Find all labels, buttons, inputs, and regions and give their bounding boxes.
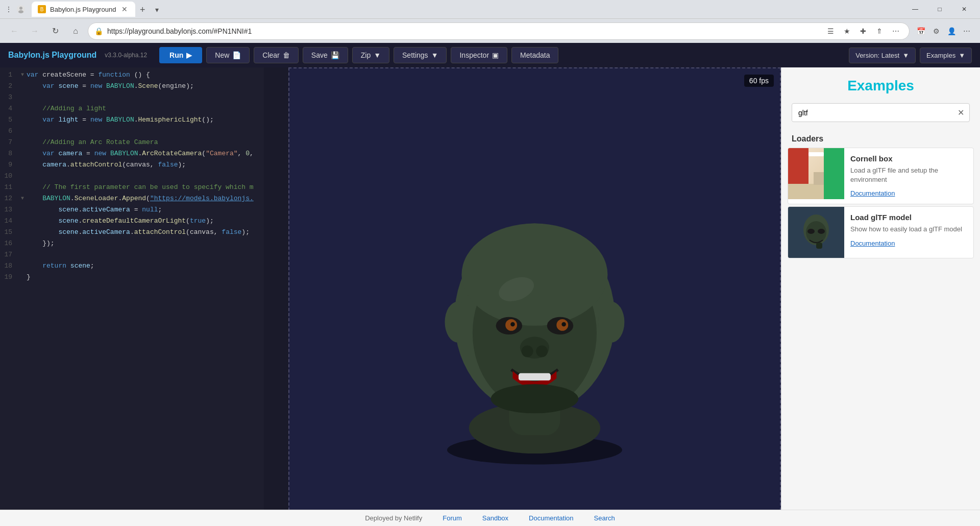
inspector-button[interactable]: Inspector ▣	[451, 47, 507, 63]
settings-button[interactable]: Settings ▼	[394, 47, 447, 63]
line-number: 11	[0, 182, 18, 193]
sandbox-link[interactable]: Sandbox	[482, 514, 508, 522]
code-line-19: 19 }	[0, 272, 288, 283]
code-line-9: 9 camera.attachControl(canvas, false);	[0, 159, 288, 171]
url-display[interactable]: https://playground.babylonjs.com/#PN1NNI…	[107, 27, 819, 35]
reader-mode-icon[interactable]: ☰	[823, 24, 838, 38]
minimize-button[interactable]: —	[903, 0, 927, 18]
version-chevron-icon: ▼	[902, 52, 909, 59]
line-code: }	[27, 272, 288, 283]
line-number: 2	[0, 81, 18, 92]
browser-menu-icons: ⋮	[4, 5, 26, 14]
card-link-gltf[interactable]: Documentation	[850, 240, 895, 247]
address-input-wrap: 🔒 https://playground.babylonjs.com/#PN1N…	[88, 22, 910, 40]
version-select[interactable]: Version: Latest ▼	[849, 47, 916, 63]
browser-more-icon[interactable]: ⋯	[889, 24, 903, 38]
zip-button[interactable]: Zip ▼	[352, 47, 389, 63]
metadata-button[interactable]: Metadata	[511, 47, 558, 63]
settings-chevron-icon: ▼	[431, 51, 438, 59]
new-icon: 📄	[232, 51, 241, 59]
line-code: //Adding a light	[27, 103, 288, 114]
share-icon[interactable]: ⇑	[872, 24, 887, 38]
home-button[interactable]: ⌂	[67, 23, 84, 39]
code-editor[interactable]: 1 ▼ var createScene = function () { 2 va…	[0, 67, 288, 526]
line-code: return scene;	[27, 260, 288, 272]
app-version: v3.3.0-alpha.12	[105, 52, 147, 59]
settings-icon[interactable]: ⚙	[929, 24, 943, 38]
card-title-gltf: Load glTF model	[850, 213, 967, 222]
code-line-5: 5 var light = new BABYLON.HemisphericLig…	[0, 114, 288, 126]
panel-title: Examples	[792, 78, 970, 94]
save-button[interactable]: Save 💾	[303, 47, 348, 63]
svg-point-15	[561, 322, 566, 327]
line-number: 14	[0, 216, 18, 227]
favorites-icon[interactable]: 📅	[914, 24, 928, 38]
line-code: // The first parameter can be used to sp…	[27, 182, 288, 193]
new-button[interactable]: New 📄	[206, 47, 250, 63]
tab-title: Babylon.js Playground	[50, 6, 116, 13]
line-code: var createScene = function () {	[27, 69, 288, 81]
panel-search-input[interactable]	[792, 105, 952, 121]
line-number: 19	[0, 272, 18, 283]
code-line-7: 7 //Adding an Arc Rotate Camera	[0, 137, 288, 148]
maximize-button[interactable]: □	[928, 0, 951, 18]
code-line-17: 17	[0, 249, 288, 260]
examples-button[interactable]: Examples ▼	[920, 47, 972, 63]
line-code: scene.createDefaultCameraOrLight(true);	[27, 216, 288, 227]
app-brand: Babylon.js Playground	[8, 51, 96, 60]
code-line-4: 4 //Adding a light	[0, 103, 288, 114]
svg-point-2	[18, 10, 23, 13]
forward-button[interactable]: →	[27, 23, 43, 39]
browser-profile-icon[interactable]	[16, 5, 26, 14]
svg-rect-28	[816, 243, 822, 249]
examples-panel: Examples ✕ Loaders	[781, 67, 980, 526]
new-tab-button[interactable]: +	[135, 3, 150, 17]
code-line-14: 14 scene.createDefaultCameraOrLight(true…	[0, 216, 288, 227]
collections-icon[interactable]: ✚	[856, 24, 870, 38]
code-line-16: 16 });	[0, 238, 288, 249]
main-content: 1 ▼ var createScene = function () { 2 va…	[0, 67, 980, 526]
code-line-1: 1 ▼ var createScene = function () {	[0, 69, 288, 81]
forum-link[interactable]: Forum	[443, 514, 462, 522]
card-link-cornell[interactable]: Documentation	[850, 189, 895, 197]
back-button[interactable]: ←	[6, 23, 22, 39]
example-card-cornell[interactable]: Cornell box Load a glTF file and setup t…	[788, 148, 974, 204]
fold-icon[interactable]: ▼	[18, 193, 27, 204]
cornell-box-thumbnail	[788, 148, 844, 199]
search-link[interactable]: Search	[594, 514, 615, 522]
search-clear-button[interactable]: ✕	[952, 104, 969, 122]
clear-button[interactable]: Clear 🗑	[254, 47, 298, 63]
svg-point-27	[818, 229, 825, 234]
code-line-13: 13 scene.activeCamera = null;	[0, 204, 288, 216]
save-label: Save	[311, 51, 328, 59]
example-card-gltf[interactable]: Load glTF model Show how to easily load …	[788, 206, 974, 258]
footer: Deployed by Netlify Forum Sandbox Docume…	[0, 510, 980, 526]
card-title-cornell: Cornell box	[850, 154, 967, 163]
canvas-viewport[interactable]: 60 fps	[288, 67, 781, 526]
tab-list-button[interactable]: ▾	[150, 3, 164, 17]
inspector-label: Inspector	[459, 51, 489, 59]
line-number: 4	[0, 103, 18, 114]
profile-icon[interactable]: 👤	[944, 24, 959, 38]
tab-close-button[interactable]: ✕	[120, 5, 129, 14]
svg-point-22	[491, 385, 579, 414]
documentation-link[interactable]: Documentation	[529, 514, 573, 522]
fold-icon[interactable]: ▼	[18, 69, 27, 81]
browser-apps-icon[interactable]: ⋮	[4, 5, 13, 14]
run-button[interactable]: Run ▶	[159, 47, 202, 63]
clear-icon: 🗑	[283, 51, 290, 59]
code-line-6: 6	[0, 126, 288, 137]
gltf-thumbnail-svg	[798, 212, 834, 253]
active-tab[interactable]: B Babylon.js Playground ✕	[32, 2, 135, 17]
line-number: 6	[0, 126, 18, 137]
metadata-label: Metadata	[520, 51, 550, 59]
line-code: var light = new BABYLON.HemisphericLight…	[27, 114, 288, 126]
panel-search-wrap[interactable]: ✕	[792, 103, 970, 122]
bookmark-icon[interactable]: ★	[840, 24, 854, 38]
more-menu-icon[interactable]: ⋯	[960, 24, 974, 38]
line-number: 3	[0, 92, 18, 103]
close-button[interactable]: ✕	[952, 0, 976, 18]
line-number: 17	[0, 249, 18, 260]
reload-button[interactable]: ↻	[47, 23, 63, 39]
save-icon: 💾	[331, 51, 339, 59]
